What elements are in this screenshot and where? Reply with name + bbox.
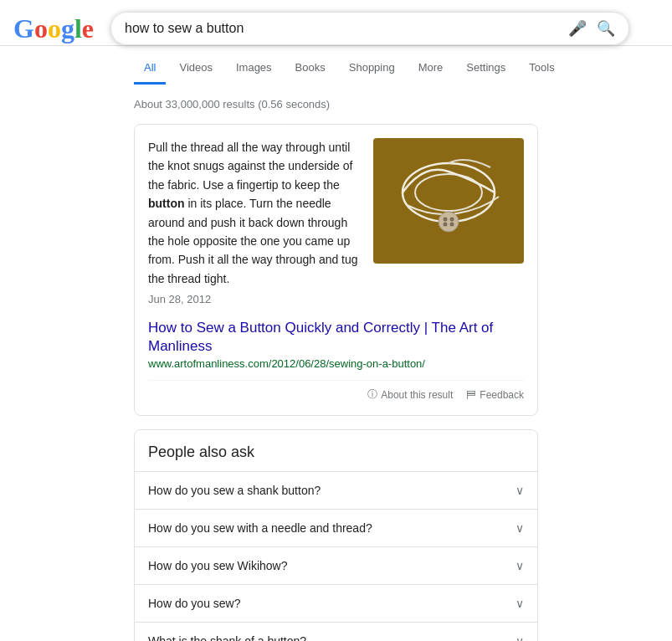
chevron-down-icon-3: ∨: [516, 597, 524, 610]
microphone-icon[interactable]: 🎤: [568, 19, 587, 38]
main-content: About 33,000,000 results (0.56 seconds) …: [0, 85, 672, 641]
svg-point-7: [450, 223, 454, 227]
tab-all[interactable]: All: [134, 53, 166, 85]
tab-shopping[interactable]: Shopping: [339, 53, 405, 85]
paa-question-4: What is the shank of a button?: [148, 634, 306, 641]
result-footer: ⓘ About this result ⛿ Feedback: [148, 380, 524, 402]
people-also-ask-box: People also ask How do you sew a shank b…: [134, 429, 538, 641]
paa-item-4[interactable]: What is the shank of a button? ∨: [135, 622, 537, 641]
logo-letter-l: l: [74, 13, 82, 44]
google-logo: Google: [13, 13, 94, 44]
tab-tools[interactable]: Tools: [519, 53, 564, 85]
tab-images[interactable]: Images: [226, 53, 282, 85]
logo-letter-o1: o: [34, 13, 48, 44]
paa-item-1[interactable]: How do you sew with a needle and thread?…: [135, 509, 537, 546]
paa-item-0[interactable]: How do you sew a shank button? ∨: [135, 471, 537, 509]
logo-letter-g: G: [13, 13, 34, 44]
tab-books[interactable]: Books: [285, 53, 336, 85]
header: Google how to sew a button 🎤 🔍: [0, 0, 672, 46]
tab-settings[interactable]: Settings: [456, 53, 516, 85]
logo-letter-e: e: [82, 13, 94, 44]
paa-item-2[interactable]: How do you sew Wikihow? ∨: [135, 546, 537, 584]
result-url: www.artofmanliness.com/2012/06/28/sewing…: [148, 357, 524, 370]
about-result-button[interactable]: ⓘ About this result: [367, 387, 453, 402]
search-submit-icon[interactable]: 🔍: [597, 19, 615, 38]
snippet-text: Pull the thread all the way through unti…: [148, 138, 360, 309]
svg-point-6: [444, 223, 448, 227]
paa-question-2: How do you sew Wikihow?: [148, 559, 288, 572]
about-result-text: About this result: [381, 389, 453, 401]
snippet-bold: button: [148, 197, 185, 210]
feedback-icon: ⛿: [466, 389, 476, 401]
feedback-text: Feedback: [480, 389, 524, 401]
paa-question-0: How do you sew a shank button?: [148, 484, 321, 497]
chevron-down-icon-1: ∨: [516, 521, 524, 535]
snippet-image: [373, 138, 524, 264]
chevron-down-icon-0: ∨: [516, 484, 524, 497]
snippet-svg: [382, 146, 516, 255]
nav-right: Settings Tools: [456, 53, 564, 85]
result-title-link[interactable]: How to Sew a Button Quickly and Correctl…: [148, 320, 493, 354]
nav-tabs: All Videos Images Books Shopping More Se…: [0, 53, 672, 85]
snippet-content: Pull the thread all the way through unti…: [148, 138, 524, 309]
results-count: About 33,000,000 results (0.56 seconds): [134, 85, 538, 117]
svg-point-4: [444, 218, 448, 222]
search-icon-group: 🎤 🔍: [568, 19, 615, 38]
logo-letter-g2: g: [61, 13, 74, 44]
chevron-down-icon-4: ∨: [516, 634, 524, 641]
paa-item-3[interactable]: How do you sew? ∨: [135, 584, 537, 622]
search-bar[interactable]: how to sew a button 🎤 🔍: [110, 12, 629, 45]
snippet-date: Jun 28, 2012: [148, 291, 360, 309]
svg-point-5: [450, 218, 454, 222]
feedback-button[interactable]: ⛿ Feedback: [466, 389, 524, 401]
result-link: How to Sew a Button Quickly and Correctl…: [148, 319, 524, 370]
info-icon: ⓘ: [367, 387, 377, 402]
search-input[interactable]: how to sew a button: [125, 21, 568, 36]
featured-snippet: Pull the thread all the way through unti…: [134, 124, 538, 416]
chevron-down-icon-2: ∨: [516, 559, 524, 572]
paa-question-1: How do you sew with a needle and thread?: [148, 521, 372, 535]
paa-title: People also ask: [135, 430, 537, 471]
paa-question-3: How do you sew?: [148, 597, 241, 610]
snippet-text-before: Pull the thread all the way through unti…: [148, 141, 352, 192]
tab-videos[interactable]: Videos: [169, 53, 223, 85]
svg-point-3: [439, 212, 459, 232]
logo-letter-o2: o: [48, 13, 61, 44]
tab-more[interactable]: More: [408, 53, 454, 85]
